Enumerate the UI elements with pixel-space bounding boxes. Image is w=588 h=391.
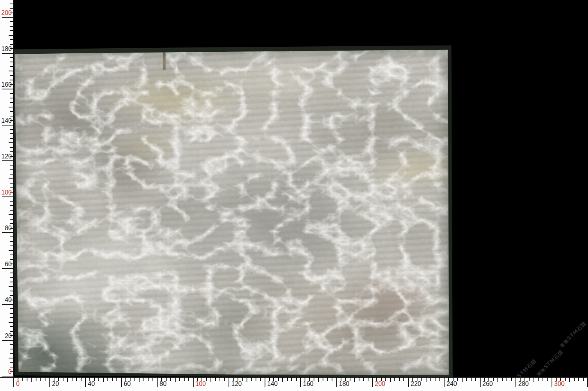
bottom-ruler-label: 120 — [231, 380, 242, 387]
bottom-ruler-tick — [22, 378, 23, 381]
left-ruler-tick — [10, 183, 13, 184]
left-ruler-tick — [2, 53, 13, 54]
left-ruler-tick — [10, 241, 13, 242]
bottom-ruler-tick — [98, 378, 99, 381]
bottom-ruler-label: 80 — [160, 380, 167, 387]
left-ruler-tick — [10, 111, 13, 112]
bottom-ruler-tick — [439, 378, 440, 381]
bottom-ruler-tick — [314, 378, 314, 381]
bottom-ruler-tick — [170, 378, 171, 381]
left-ruler-tick — [2, 196, 13, 197]
left-ruler-tick — [9, 178, 13, 179]
bottom-ruler-tick — [408, 378, 409, 387]
bottom-ruler-tick — [466, 378, 467, 381]
bottom-ruler-tick — [399, 378, 400, 381]
bottom-ruler-label: 60 — [124, 380, 131, 387]
bottom-ruler-tick — [390, 378, 391, 382]
bottom-ruler-tick — [457, 378, 458, 381]
bottom-ruler-tick — [242, 378, 243, 381]
bottom-ruler-tick — [430, 378, 431, 381]
bottom-ruler-tick — [529, 378, 530, 381]
bottom-ruler-tick — [107, 378, 108, 381]
bottom-ruler-tick — [583, 378, 584, 381]
left-ruler-tick — [10, 147, 13, 148]
left-ruler-tick — [9, 107, 13, 107]
bottom-ruler-tick — [103, 378, 104, 382]
bottom-ruler-tick — [475, 378, 476, 381]
bottom-ruler-tick — [372, 378, 373, 387]
left-ruler-tick — [9, 35, 13, 36]
watermark-zone: ▣▣STM石猫 ▣▣STM石猫 ▣▣STM石猫 — [451, 275, 588, 377]
left-ruler-tick — [10, 165, 13, 165]
watermark-cat-logo-icon: ▣▣ — [535, 366, 547, 377]
bottom-ruler-tick — [574, 378, 575, 381]
bottom-ruler-tick — [256, 378, 256, 381]
bottom-ruler-tick — [515, 378, 516, 387]
bottom-ruler-tick — [403, 378, 404, 381]
left-ruler-tick — [10, 282, 13, 282]
bottom-ruler-label: 140 — [267, 380, 278, 387]
left-ruler-label: 80 — [0, 224, 13, 232]
bottom-ruler-tick — [45, 378, 45, 381]
left-ruler-tick — [10, 4, 13, 4]
left-ruler-tick — [10, 349, 13, 349]
left-ruler-label: 180 — [0, 45, 13, 53]
scan-viewport: 200180160140120100806040200 020406080100… — [0, 0, 588, 391]
left-ruler-tick — [2, 17, 13, 18]
left-ruler-tick — [10, 30, 13, 31]
bottom-ruler-tick — [547, 378, 548, 381]
bottom-ruler-tick — [251, 378, 252, 381]
bottom-ruler-tick — [278, 378, 279, 381]
left-ruler-tick — [10, 308, 13, 309]
bottom-ruler-tick — [287, 378, 288, 381]
left-ruler-label: 0 — [0, 368, 13, 375]
left-ruler-tick — [2, 89, 13, 89]
left-ruler-tick — [10, 187, 13, 188]
left-ruler-tick — [10, 255, 13, 255]
left-ruler-tick — [10, 313, 13, 314]
bottom-ruler-tick — [188, 378, 189, 381]
left-ruler-tick — [10, 362, 13, 363]
bottom-ruler-axis-line — [0, 377, 588, 378]
bottom-ruler-tick — [260, 378, 261, 381]
left-ruler-tick — [2, 160, 13, 161]
left-ruler-tick — [10, 116, 13, 116]
left-ruler-tick — [10, 169, 13, 170]
bottom-ruler-tick — [40, 378, 41, 381]
bottom-ruler-tick — [184, 378, 185, 381]
bottom-ruler-label: 20 — [52, 380, 59, 387]
bottom-ruler-tick — [193, 378, 194, 387]
left-ruler-tick — [10, 102, 13, 103]
bottom-ruler-label: 0 — [16, 380, 20, 387]
bottom-ruler-tick — [72, 378, 73, 381]
bottom-ruler-label: 220 — [411, 380, 421, 387]
bottom-ruler-tick — [49, 378, 50, 387]
left-ruler-tick — [10, 210, 13, 211]
bottom-ruler-tick — [112, 378, 113, 381]
left-ruler-label: 20 — [0, 332, 13, 340]
bottom-ruler-tick — [368, 378, 368, 381]
bottom-ruler-tick — [502, 378, 503, 381]
bottom-ruler-label: 100 — [196, 380, 206, 387]
bottom-ruler-label: 160 — [303, 380, 314, 387]
bottom-ruler-tick — [394, 378, 395, 381]
bottom-ruler-tick — [569, 378, 570, 382]
left-ruler-tick — [10, 8, 13, 9]
left-ruler-axis-line — [13, 0, 14, 378]
left-ruler-tick — [10, 344, 13, 345]
bottom-ruler-tick — [224, 378, 225, 381]
left-ruler-tick — [9, 286, 13, 287]
watermark: ▣▣STM石猫 — [535, 349, 564, 377]
bottom-ruler-tick — [121, 378, 122, 387]
left-ruler-tick — [10, 93, 13, 94]
bottom-ruler-tick — [534, 378, 534, 382]
left-ruler-tick — [10, 26, 13, 27]
bottom-ruler-tick — [578, 378, 579, 381]
bottom-ruler-tick — [480, 378, 481, 387]
left-ruler-tick — [10, 317, 13, 318]
bottom-ruler-tick — [332, 378, 332, 381]
marble-grain-texture — [13, 47, 450, 376]
bottom-ruler-tick — [139, 378, 140, 382]
bottom-ruler-tick — [157, 378, 158, 387]
bottom-ruler-tick — [363, 378, 364, 381]
